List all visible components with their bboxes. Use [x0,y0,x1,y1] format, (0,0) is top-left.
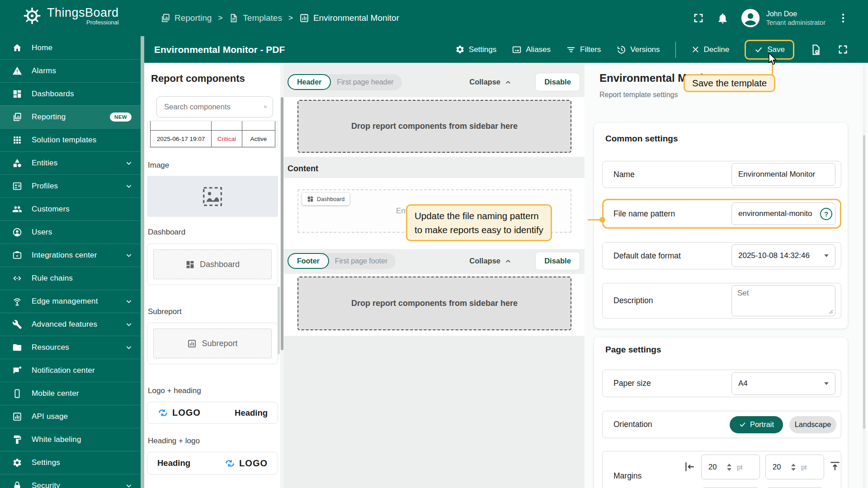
sidebar-item-security[interactable]: Security [0,474,141,488]
canvas-scrollbar-thumb[interactable] [281,97,283,350]
chevron-down-icon[interactable] [124,251,133,260]
footer-section-row: Footer First page footer Collapse Disabl… [288,252,581,270]
notifications-bell-icon[interactable] [717,12,729,24]
breadcrumb-environmental-monitor[interactable]: Environmental Monitor [299,13,399,23]
name-field[interactable] [731,163,835,186]
components-search[interactable] [156,96,273,117]
subreport-component[interactable]: Subreport [147,323,278,364]
landscape-toggle[interactable]: Landscape [789,416,836,433]
kebab-menu-icon[interactable] [837,12,849,24]
footer-dropzone[interactable]: Drop report components from sidebar here [297,277,571,330]
header-collapse-button[interactable]: Collapse [469,78,512,86]
settings-panel-sub: Report template settings [599,91,678,99]
file-pattern-field[interactable]: ? [731,202,835,225]
dashboard-section-label: Dashboard [148,228,185,237]
sidebar-item-profiles[interactable]: Profiles [0,174,141,197]
customers-icon [12,204,22,214]
content-section-label: Content [288,164,318,174]
sidebar-item-entities[interactable]: Entities [0,151,141,174]
sidebar-item-reporting[interactable]: Reporting NEW [0,105,141,128]
api-usage-icon [12,412,22,422]
report-editor-canvas: Header First page header Collapse Disabl… [284,63,585,488]
sidebar-item-users[interactable]: Users [0,221,141,244]
thingsboard-logo[interactable]: ThingsBoard Professional [22,5,119,26]
margin-top-right-field[interactable]: pt [765,455,824,479]
description-field[interactable] [731,285,835,316]
footer-subtitle[interactable]: First page footer [335,257,388,265]
sidebar-item-customers[interactable]: Customers [0,197,141,221]
dashboard-component[interactable]: Dashboard [147,244,278,285]
header-chip[interactable]: Header [288,74,331,90]
templates-icon [229,13,239,23]
sidebar-item-integrations-center[interactable]: Integrations center [0,244,141,267]
chevron-down-icon[interactable] [124,481,133,488]
chevron-down-icon[interactable] [124,343,133,352]
sidebar-scrollbar[interactable] [141,36,144,488]
sidebar-item-settings[interactable]: Settings [0,451,141,474]
components-scrollbar-thumb[interactable] [278,286,280,354]
dashboard-chip[interactable]: Dashboard [302,193,349,205]
chevron-down-icon[interactable] [124,320,133,329]
avatar [741,8,760,28]
sidebar-item-home[interactable]: Home [0,36,141,59]
file-pattern-input[interactable] [738,209,820,218]
mouse-cursor [768,52,778,65]
check-icon [739,421,746,428]
sidebar-item-mobile-center[interactable]: Mobile center [0,382,141,405]
aliases-button[interactable]: Aliases [512,45,551,55]
header-disable-button[interactable]: Disable [535,73,580,91]
search-icon [264,102,267,112]
margin-top-left-field[interactable]: pt [701,455,760,479]
header-subtitle[interactable]: First page header [337,78,393,86]
sidebar-item-resources[interactable]: Resources [0,336,141,359]
margin-unit: pt [801,463,807,471]
sidebar-item-edge-management[interactable]: Edge management [0,290,141,313]
search-input[interactable] [164,103,264,111]
expand-fullscreen-icon[interactable] [837,43,849,56]
versions-button[interactable]: Versions [616,45,660,55]
decline-button[interactable]: Decline [691,45,730,54]
footer-collapse-button[interactable]: Collapse [469,257,512,265]
chevron-down-icon[interactable] [124,159,133,168]
paper-size-select[interactable]: A4 [731,372,835,395]
breadcrumb-templates[interactable]: Templates [229,13,282,23]
margin-input[interactable] [702,463,727,471]
description-textarea[interactable] [737,289,830,313]
generate-report-icon[interactable] [810,44,821,56]
margin-stepper[interactable] [791,464,796,471]
footer-chip[interactable]: Footer [288,253,329,269]
logo-heading-component[interactable]: LOGO Heading [147,402,278,424]
settings-scrollbar-thumb[interactable] [863,135,865,429]
entities-icon [12,158,22,168]
chevron-down-icon[interactable] [124,297,133,306]
sidebar-item-white-labeling[interactable]: White labeling [0,428,141,451]
fullscreen-icon[interactable] [692,12,705,24]
name-input[interactable] [738,170,829,179]
resize-handle[interactable] [829,310,833,314]
breadcrumb-reporting[interactable]: Reporting [160,13,212,23]
chevron-down-icon[interactable] [124,182,133,191]
sidebar-item-dashboards[interactable]: Dashboards [0,82,141,105]
date-format-select[interactable]: 2025-10-08 14:32:46 [731,244,835,267]
help-icon[interactable]: ? [820,208,832,220]
header-dropzone[interactable]: Drop report components from sidebar here [297,100,571,153]
alarms-table-component[interactable]: 2025-06-17 19:07 Critical Active [147,121,278,148]
sidebar-item-advanced-features[interactable]: Advanced features [0,313,141,336]
sidebar-item-notification-center[interactable]: Notification center [0,359,141,382]
settings-scrollbar[interactable] [863,63,866,488]
user-menu[interactable]: John Doe Tenant administrator [741,8,826,28]
footer-disable-button[interactable]: Disable [535,252,580,270]
image-component[interactable] [147,176,278,217]
heading-logo-component[interactable]: Heading LOGO [147,452,278,474]
canvas-scrollbar[interactable] [280,63,284,488]
sidebar-item-solution-templates[interactable]: Solution templates [0,128,141,151]
margin-stepper[interactable] [727,464,731,471]
sidebar-item-alarms[interactable]: Alarms [0,59,141,82]
sidebar-item-api-usage[interactable]: API usage [0,405,141,428]
sidebar-item-rule-chains[interactable]: Rule chains [0,267,141,290]
header-band: Drop report components from sidebar here [284,97,585,157]
portrait-toggle[interactable]: Portrait [730,416,783,433]
margin-input[interactable] [766,463,791,471]
filters-button[interactable]: Filters [566,45,601,55]
settings-button[interactable]: Settings [455,45,496,54]
